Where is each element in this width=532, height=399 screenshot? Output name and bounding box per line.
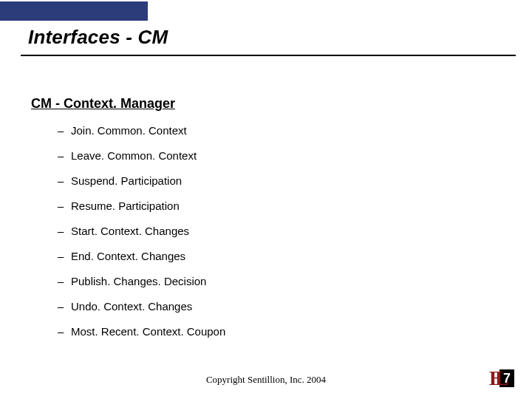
list-item-label: Join. Common. Context [71,124,187,137]
section-subtitle: CM - Context. Manager [31,96,175,112]
list-item: – Start. Context. Changes [58,225,471,238]
title-wrap: Interfaces - CM [28,26,516,49]
bullet-dash: – [58,149,71,163]
list-item-label: Publish. Changes. Decision [71,275,206,288]
bullet-dash: – [58,200,71,213]
list-item: – Publish. Changes. Decision [58,275,471,288]
list-item: – Resume. Participation [58,200,471,213]
title-underline [21,55,516,56]
method-list: – Join. Common. Context – Leave. Common.… [58,124,471,350]
list-item: – Most. Recent. Context. Coupon [58,325,471,338]
slide: Interfaces - CM CM - Context. Manager – … [0,0,532,399]
bullet-dash: – [58,250,71,263]
bullet-dash: – [58,225,71,238]
list-item: – Undo. Context. Changes [58,300,471,313]
list-item: – Join. Common. Context [58,124,471,137]
list-item-label: Leave. Common. Context [71,149,197,163]
list-item-label: Undo. Context. Changes [71,300,192,313]
bullet-dash: – [58,300,71,313]
hl7-logo: H 7 L [489,369,516,389]
list-item-label: End. Context. Changes [71,250,185,263]
bullet-dash: – [58,325,71,338]
list-item-label: Most. Recent. Context. Coupon [71,325,225,338]
list-item-label: Resume. Participation [71,200,180,213]
bullet-dash: – [58,174,71,188]
slide-title: Interfaces - CM [28,26,516,49]
copyright-footer: Copyright Sentillion, Inc. 2004 [0,374,532,386]
list-item-label: Suspend. Participation [71,174,182,188]
list-item-label: Start. Context. Changes [71,225,189,238]
list-item: – End. Context. Changes [58,250,471,263]
top-banner [0,1,148,21]
logo-letter-l: L [495,368,509,389]
list-item: – Leave. Common. Context [58,149,471,163]
bullet-dash: – [58,275,71,288]
list-item: – Suspend. Participation [58,174,471,188]
bullet-dash: – [58,124,71,137]
